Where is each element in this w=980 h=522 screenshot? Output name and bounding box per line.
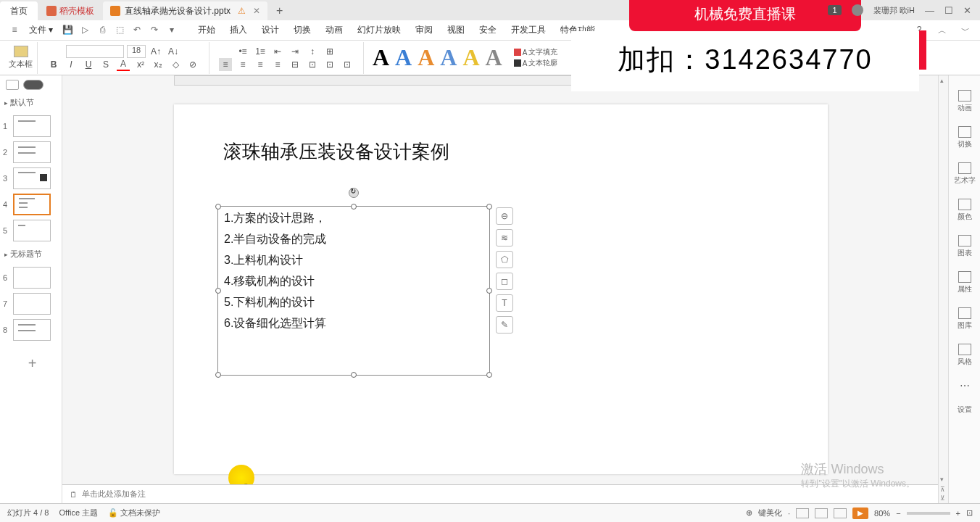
- align-right-button[interactable]: ≡: [254, 58, 267, 71]
- slide-title[interactable]: 滚珠轴承压装设备设计案例: [223, 139, 449, 165]
- list2-button[interactable]: ⊡: [323, 58, 336, 71]
- font-shrink-icon[interactable]: A↓: [167, 45, 180, 58]
- handle-ml[interactable]: [215, 288, 221, 294]
- rs-more[interactable]: ⋯: [960, 380, 970, 392]
- ribbon-tab-view[interactable]: 视图: [440, 21, 472, 39]
- numbering-button[interactable]: 1≡: [254, 45, 267, 58]
- align-justify-button[interactable]: ≡: [271, 58, 284, 71]
- handle-bm[interactable]: [351, 372, 357, 378]
- collapse-tool-icon[interactable]: ⊖: [496, 207, 513, 225]
- handle-tm[interactable]: [351, 204, 357, 210]
- italic-button[interactable]: I: [65, 58, 78, 71]
- indent-dec-button[interactable]: ⇤: [271, 45, 284, 58]
- ribbon-tab-start[interactable]: 开始: [191, 21, 223, 39]
- text-line[interactable]: 2.半自动设备的完成: [218, 228, 489, 249]
- text-line[interactable]: 4.移载机构的设计: [218, 270, 489, 291]
- text-box-selected[interactable]: 1.方案的设计思路， 2.半自动设备的完成 3.上料机构设计 4.移载机构的设计…: [217, 206, 490, 376]
- rs-gallery[interactable]: 图库: [958, 307, 972, 331]
- underline-button[interactable]: U: [82, 58, 95, 71]
- slide-thumb-6[interactable]: [13, 267, 51, 289]
- undo-icon[interactable]: ↶: [131, 25, 143, 36]
- save-icon[interactable]: 💾: [62, 25, 73, 36]
- outline-view-icon[interactable]: [6, 80, 19, 90]
- zoom-slider[interactable]: [907, 512, 950, 515]
- slide-thumb-3[interactable]: [13, 167, 51, 189]
- thumb-view-icon[interactable]: [23, 80, 43, 90]
- slide-editor[interactable]: 滚珠轴承压装设备设计案例 1.方案的设计思路， 2.半自动设备的完成 3.上料机…: [174, 104, 828, 474]
- play-button[interactable]: ▶: [852, 508, 868, 519]
- rs-transition[interactable]: 切换: [958, 126, 972, 149]
- print-icon[interactable]: ⎙: [96, 25, 108, 36]
- scroll-up-icon[interactable]: ▴: [940, 77, 944, 84]
- font-name-input[interactable]: [66, 45, 124, 58]
- slide-thumb-7[interactable]: [13, 293, 51, 315]
- rs-settings[interactable]: 设置: [958, 405, 972, 415]
- text-line[interactable]: 1.方案的设计思路，: [218, 207, 489, 228]
- crop-tool-icon[interactable]: ◻: [496, 273, 513, 290]
- preview-icon[interactable]: ▷: [79, 25, 91, 36]
- notif-badge[interactable]: 1: [828, 5, 841, 15]
- ribbon-tab-review[interactable]: 审阅: [408, 21, 440, 39]
- rs-property[interactable]: 属性: [958, 271, 972, 294]
- superscript-button[interactable]: x²: [134, 58, 147, 71]
- rotate-handle[interactable]: [349, 188, 359, 198]
- handle-tr[interactable]: [486, 204, 492, 210]
- wordart-style-2[interactable]: A: [395, 44, 412, 71]
- align-left-button[interactable]: ≡: [219, 58, 232, 71]
- text-tool-icon[interactable]: T: [496, 294, 513, 312]
- indent-inc-button[interactable]: ⇥: [288, 45, 302, 58]
- text-line[interactable]: 6.设备细化选型计算: [218, 312, 489, 333]
- beautify-button[interactable]: 键美化: [758, 508, 782, 518]
- font-color-button[interactable]: A: [117, 58, 130, 71]
- fit-icon[interactable]: ⊡: [966, 508, 973, 518]
- list3-button[interactable]: ⊡: [341, 58, 354, 71]
- bold-button[interactable]: B: [47, 58, 60, 71]
- text-line[interactable]: 5.下料机构的设计: [218, 291, 489, 312]
- close-icon[interactable]: ✕: [253, 6, 260, 16]
- zoom-in-icon[interactable]: +: [956, 509, 960, 518]
- ribbon-tab-slideshow[interactable]: 幻灯片放映: [350, 21, 408, 39]
- ribbon-tab-design[interactable]: 设计: [254, 21, 286, 39]
- highlight-button[interactable]: ◇: [169, 58, 182, 71]
- handle-br[interactable]: [486, 372, 492, 378]
- avatar[interactable]: [852, 4, 863, 16]
- redo-icon[interactable]: ↷: [149, 25, 160, 36]
- canvas[interactable]: 滚珠轴承压装设备设计案例 1.方案的设计思路， 2.半自动设备的完成 3.上料机…: [62, 75, 938, 503]
- collapse-icon[interactable]: ︿: [937, 25, 948, 36]
- status-protect[interactable]: 🔓 文档未保护: [108, 508, 160, 518]
- clear-format-button[interactable]: ⊘: [186, 58, 199, 71]
- next-slide-icon[interactable]: ⊻: [940, 494, 945, 502]
- eyedropper-tool-icon[interactable]: ✎: [496, 316, 513, 334]
- dropdown-icon[interactable]: ▾: [166, 25, 178, 36]
- ribbon-tab-transition[interactable]: 切换: [286, 21, 318, 39]
- ribbon-tab-security[interactable]: 安全: [472, 21, 504, 39]
- columns-button[interactable]: ⊟: [288, 58, 302, 71]
- view-reading-icon[interactable]: [834, 508, 847, 518]
- tab-home[interactable]: 首页: [0, 1, 38, 20]
- rs-color[interactable]: 颜色: [958, 199, 972, 222]
- ribbon-tab-animation[interactable]: 动画: [318, 21, 350, 39]
- wordart-style-5[interactable]: A: [462, 44, 479, 71]
- slide-thumb-2[interactable]: [13, 141, 51, 163]
- text-outline-button[interactable]: A文本轮廓: [514, 58, 558, 68]
- view-normal-icon[interactable]: [796, 508, 809, 518]
- layers-tool-icon[interactable]: ≋: [496, 229, 513, 246]
- font-grow-icon[interactable]: A↑: [149, 45, 162, 58]
- tab-template[interactable]: 稻壳模板: [39, 1, 101, 20]
- wordart-style-1[interactable]: A: [373, 44, 389, 71]
- handle-bl[interactable]: [215, 372, 221, 378]
- tab-add[interactable]: +: [269, 1, 290, 20]
- file-menu[interactable]: 文件 ▾: [23, 22, 59, 38]
- subscript-button[interactable]: x₂: [151, 58, 165, 71]
- minimize-icon[interactable]: —: [925, 5, 934, 16]
- shape-tool-icon[interactable]: ⬠: [496, 251, 513, 268]
- wordart-style-3[interactable]: A: [418, 44, 434, 71]
- ai-icon[interactable]: ⊕: [746, 508, 752, 518]
- close-window-icon[interactable]: ✕: [963, 5, 971, 16]
- align-center-button[interactable]: ≡: [236, 58, 249, 71]
- scan-icon[interactable]: ⬚: [114, 25, 125, 36]
- slide-thumb-1[interactable]: [13, 115, 51, 137]
- prev-slide-icon[interactable]: ⊼: [940, 486, 945, 493]
- section-1[interactable]: 默认节: [3, 94, 62, 111]
- list1-button[interactable]: ⊡: [306, 58, 319, 71]
